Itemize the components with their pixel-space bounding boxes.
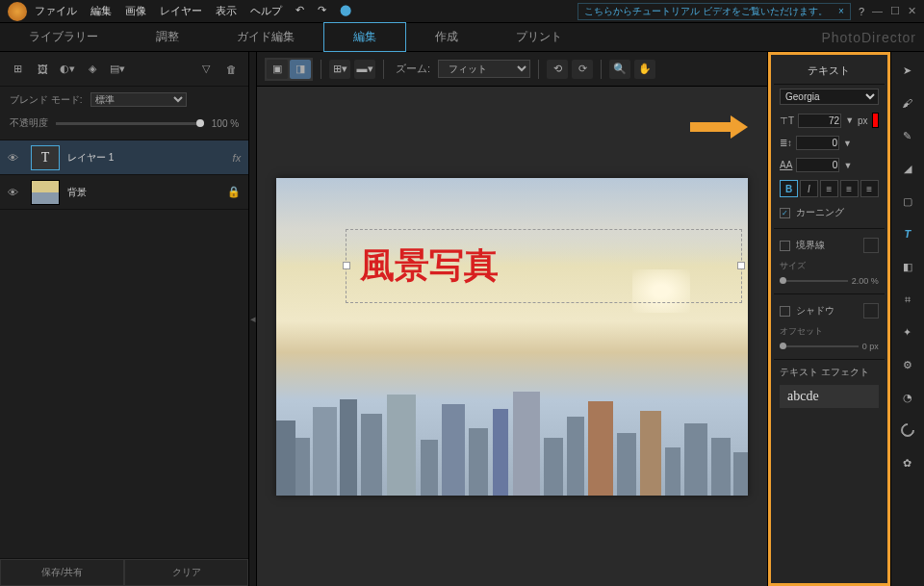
undo-icon[interactable]: ↶ (295, 4, 304, 18)
blur-tool-icon[interactable]: ◔ (897, 387, 918, 408)
tutorial-close-icon[interactable]: × (838, 6, 844, 16)
layer-fx-badge[interactable]: fx (233, 152, 242, 164)
layer-thumbnail[interactable]: T (31, 145, 60, 170)
view-compare-icon[interactable]: ◨ (290, 60, 311, 79)
layers-panel: ⊞ 🖼 ◐▾ ◈ ▤▾ ▽ 🗑 ブレンド モード: 標準 不透明度 100 % … (0, 52, 249, 586)
maximize-icon[interactable]: ☐ (890, 5, 900, 17)
image-layer-icon[interactable]: 🖼 (33, 61, 52, 78)
blend-mode-select[interactable]: 標準 (90, 92, 187, 107)
tab-create[interactable]: 作成 (406, 23, 487, 51)
border-color-swatch[interactable] (863, 238, 879, 253)
eraser-tool-icon[interactable]: ◢ (897, 158, 918, 179)
redo-icon[interactable]: ↷ (318, 4, 326, 18)
menu-help[interactable]: ヘルプ (250, 4, 282, 18)
menu-edit[interactable]: 編集 (90, 4, 112, 18)
reset-tool-icon[interactable] (897, 420, 918, 441)
align-center-button[interactable]: ≡ (840, 180, 859, 197)
layer-row[interactable]: 👁 背景 🔒 (0, 175, 248, 210)
font-size-unit: px (858, 115, 868, 126)
align-left-button[interactable]: ≡ (820, 180, 838, 197)
line-height-input[interactable] (796, 136, 839, 150)
crop-tool-icon[interactable]: ⌗ (897, 289, 918, 310)
font-family-select[interactable]: Georgia (780, 89, 879, 105)
gradient-tool-icon[interactable]: ◧ (897, 256, 918, 277)
text-effect-label: テキスト エフェクト (774, 364, 885, 381)
tool-strip: ➤ 🖌 ✎ ◢ ▢ T ◧ ⌗ ✦ ⚙ ◔ ✿ (890, 52, 924, 586)
shadow-offset-value: 0 px (862, 342, 879, 351)
text-effect-preview[interactable]: abcde (780, 385, 879, 408)
mask-icon[interactable]: ◐▾ (58, 61, 77, 78)
zoom-tool-icon[interactable]: 🔍 (609, 60, 630, 79)
tab-library[interactable]: ライブラリー (0, 23, 127, 51)
help-icon[interactable]: ? (859, 6, 864, 17)
kerning-checkbox[interactable]: ✓ (780, 208, 790, 218)
brand-label: PhotoDirector (821, 30, 916, 45)
layer-thumbnail[interactable] (31, 180, 60, 205)
bold-button[interactable]: B (780, 180, 798, 197)
border-label: 境界線 (796, 239, 825, 252)
tracking-icon: AA (780, 160, 792, 170)
layer-row[interactable]: 👁 T レイヤー 1 fx (0, 140, 248, 175)
tutorial-link[interactable]: こちらからチュートリアル ビデオをご覧いただけます。 × (578, 3, 850, 20)
clear-button[interactable]: クリア (124, 559, 248, 586)
pan-tool-icon[interactable]: ✋ (634, 60, 655, 79)
menu-file[interactable]: ファイル (35, 4, 77, 18)
layer-name[interactable]: 背景 (67, 186, 219, 199)
brush-tool-icon[interactable]: 🖌 (897, 92, 918, 114)
text-tool-icon[interactable]: T (897, 223, 918, 244)
border-checkbox[interactable] (780, 241, 790, 251)
grid-icon[interactable]: ⊞▾ (329, 60, 350, 79)
align-right-button[interactable]: ≡ (860, 180, 879, 197)
shadow-color-swatch[interactable] (863, 303, 879, 318)
move-tool-icon[interactable]: ➤ (897, 60, 918, 81)
opacity-value: 100 % (212, 118, 239, 129)
text-panel-title: テキスト (774, 58, 885, 85)
collapse-left-icon[interactable]: ◂ (249, 52, 257, 586)
menu-view[interactable]: 表示 (216, 4, 237, 18)
adjust-tool-icon[interactable]: ⚙ (897, 354, 918, 375)
cloud-icon[interactable]: ⬤ (340, 4, 351, 18)
group-icon[interactable]: ▤▾ (108, 61, 127, 78)
tab-guide[interactable]: ガイド編集 (208, 23, 323, 51)
canvas-text[interactable]: 風景写真 (360, 242, 499, 290)
save-share-button[interactable]: 保存/共有 (0, 559, 124, 586)
add-layer-icon[interactable]: ⊞ (8, 61, 27, 78)
pen-tool-icon[interactable]: ✎ (897, 125, 918, 146)
shadow-checkbox[interactable] (780, 306, 790, 317)
minimize-icon[interactable]: — (872, 5, 883, 17)
fx-icon[interactable]: ◈ (83, 61, 102, 78)
bg-icon[interactable]: ▬▾ (354, 60, 375, 79)
rotate-left-icon[interactable]: ⟲ (547, 60, 568, 79)
font-size-input[interactable] (798, 114, 841, 128)
tracking-input[interactable] (796, 158, 839, 172)
visibility-icon[interactable]: 👁 (8, 152, 23, 164)
layer-lock-icon[interactable]: 🔒 (227, 186, 241, 198)
opacity-slider[interactable] (56, 122, 204, 125)
zoom-select[interactable]: フィット (438, 60, 530, 78)
tab-print[interactable]: プリント (487, 23, 591, 51)
filter-icon[interactable]: ▽ (196, 61, 216, 78)
menu-bar: ファイル 編集 画像 レイヤー 表示 ヘルプ ↶ ↷ ⬤ (35, 4, 351, 18)
text-color-swatch[interactable] (872, 113, 879, 128)
italic-button[interactable]: I (800, 180, 818, 197)
tab-edit[interactable]: 編集 (323, 22, 406, 52)
shape-tool-icon[interactable]: ▢ (897, 191, 918, 212)
rotate-right-icon[interactable]: ⟳ (572, 60, 593, 79)
shadow-offset-slider[interactable] (780, 345, 859, 347)
menu-layer[interactable]: レイヤー (160, 4, 202, 18)
canvas[interactable]: 風景写真 (276, 178, 748, 496)
border-size-slider[interactable] (780, 280, 848, 282)
view-single-icon[interactable]: ▣ (267, 60, 288, 79)
magic-tool-icon[interactable]: ✦ (897, 321, 918, 343)
settings-tool-icon[interactable]: ✿ (897, 452, 918, 473)
shadow-label: シャドウ (796, 304, 834, 318)
tab-adjust[interactable]: 調整 (127, 23, 208, 51)
text-bounding-box[interactable]: 風景写真 (346, 229, 742, 303)
text-properties-panel: テキスト Georgia ⊤T ▼ px ≣↕ ▼ AA ▼ B I (768, 52, 890, 586)
border-size-label: サイズ (774, 258, 885, 274)
layer-name[interactable]: レイヤー 1 (67, 151, 225, 165)
close-icon[interactable]: ✕ (908, 5, 916, 17)
menu-image[interactable]: 画像 (125, 4, 146, 18)
trash-icon[interactable]: 🗑 (221, 61, 241, 78)
visibility-icon[interactable]: 👁 (8, 187, 23, 198)
